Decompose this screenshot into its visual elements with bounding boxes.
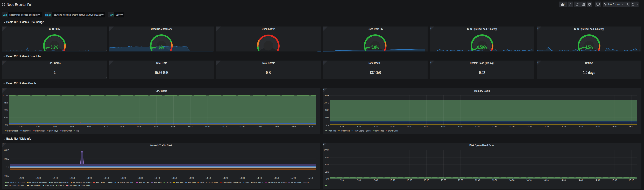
svg-text:13:40: 13:40 (475, 179, 480, 181)
svg-text:13:20: 13:20 (441, 125, 446, 128)
svg-text:15:10: 15:10 (308, 177, 313, 179)
svg-text:50%: 50% (4, 109, 8, 111)
svg-text:14:10: 14:10 (526, 125, 532, 128)
svg-text:13:00: 13:00 (407, 179, 412, 181)
svg-text:12:50: 12:50 (390, 179, 395, 181)
svg-text:12:20: 12:20 (338, 179, 344, 181)
svg-text:12:30: 12:30 (356, 125, 361, 128)
svg-text:13:00: 13:00 (86, 177, 92, 179)
svg-text:14:40: 14:40 (578, 179, 583, 181)
svg-text:50%: 50% (325, 163, 329, 166)
svg-text:13:30: 13:30 (458, 179, 463, 181)
svg-text:0%: 0% (326, 178, 329, 180)
svg-text:13:00: 13:00 (407, 125, 412, 128)
svg-text:12:40: 12:40 (52, 177, 58, 179)
svg-text:14:20: 14:20 (543, 125, 548, 128)
svg-text:15:10: 15:10 (629, 125, 634, 128)
svg-text:15:00: 15:00 (612, 179, 617, 181)
svg-text:13:40: 13:40 (475, 125, 480, 128)
svg-text:15:10: 15:10 (308, 125, 313, 128)
svg-text:25%: 25% (325, 170, 329, 173)
svg-text:12:30: 12:30 (36, 177, 41, 179)
svg-text:13:10: 13:10 (424, 179, 429, 181)
svg-text:12:40: 12:40 (372, 179, 378, 181)
svg-text:14:50: 14:50 (594, 125, 600, 128)
svg-text:13:50: 13:50 (492, 125, 498, 128)
svg-text:-49 KiB: -49 KiB (3, 175, 9, 177)
svg-text:13:30: 13:30 (458, 125, 463, 128)
svg-text:13:00: 13:00 (86, 125, 91, 128)
svg-text:14:00: 14:00 (188, 177, 194, 179)
svg-text:14:40: 14:40 (256, 177, 262, 179)
svg-text:14:10: 14:10 (205, 125, 210, 128)
svg-text:12:40: 12:40 (372, 125, 378, 128)
svg-text:14:30: 14:30 (239, 125, 244, 128)
svg-text:13:10: 13:10 (104, 177, 109, 179)
svg-text:12:50: 12:50 (68, 125, 74, 128)
svg-text:12:20: 12:20 (17, 125, 22, 128)
svg-text:13:40: 13:40 (154, 177, 160, 179)
svg-text:25%: 25% (4, 116, 8, 119)
svg-text:100%: 100% (3, 94, 8, 97)
svg-text:98 KiB: 98 KiB (4, 149, 9, 151)
svg-text:0.50%: 0.50% (477, 45, 487, 50)
svg-text:14:00: 14:00 (509, 125, 514, 128)
svg-text:14:10: 14:10 (206, 177, 211, 179)
svg-text:13:30: 13:30 (138, 177, 143, 179)
svg-text:14:50: 14:50 (274, 177, 279, 179)
svg-text:13:50: 13:50 (171, 125, 176, 128)
svg-text:12:40: 12:40 (52, 125, 57, 128)
svg-text:12:50: 12:50 (70, 177, 75, 179)
svg-text:100%: 100% (324, 149, 329, 151)
svg-text:13:50: 13:50 (172, 177, 177, 179)
svg-text:13:30: 13:30 (137, 125, 142, 128)
svg-text:49 KiB: 49 KiB (4, 157, 9, 160)
svg-text:15:00: 15:00 (290, 125, 296, 128)
svg-text:14:50: 14:50 (594, 179, 600, 181)
svg-text:15:10: 15:10 (629, 179, 634, 181)
svg-text:13:10: 13:10 (424, 125, 429, 128)
svg-text:14:10: 14:10 (526, 179, 532, 181)
svg-text:4.5%: 4.5% (585, 45, 593, 50)
svg-text:14:20: 14:20 (222, 125, 227, 128)
svg-text:12:30: 12:30 (356, 179, 361, 181)
svg-text:5.2%: 5.2% (51, 45, 58, 50)
svg-text:15:00: 15:00 (612, 125, 617, 128)
svg-text:0 B: 0 B (6, 166, 9, 169)
svg-text:14:00: 14:00 (188, 125, 193, 128)
svg-text:75%: 75% (325, 156, 329, 159)
svg-text:14 GiB: 14 GiB (324, 101, 329, 104)
svg-text:14:40: 14:40 (256, 125, 262, 128)
svg-text:5 GiB: 5 GiB (325, 116, 329, 119)
svg-text:0 B: 0 B (326, 123, 329, 126)
svg-text:13:40: 13:40 (154, 125, 159, 128)
svg-text:6%: 6% (159, 45, 164, 50)
svg-text:12:50: 12:50 (390, 125, 395, 128)
svg-text:9 GiB: 9 GiB (325, 109, 329, 111)
svg-text:13:20: 13:20 (120, 177, 126, 179)
svg-text:14:40: 14:40 (578, 125, 583, 128)
svg-text:5.8%: 5.8% (372, 45, 379, 50)
svg-text:14:30: 14:30 (560, 125, 566, 128)
svg-text:14:30: 14:30 (240, 177, 245, 179)
svg-text:13:10: 13:10 (102, 125, 108, 128)
svg-text:12:20: 12:20 (338, 125, 344, 128)
svg-text:13:50: 13:50 (492, 179, 498, 181)
svg-text:14:20: 14:20 (543, 179, 548, 181)
svg-text:15:00: 15:00 (290, 177, 296, 179)
svg-text:14:20: 14:20 (222, 177, 228, 179)
svg-text:12:30: 12:30 (34, 125, 40, 128)
svg-text:0%: 0% (5, 123, 8, 126)
svg-text:13:20: 13:20 (120, 125, 125, 128)
svg-text:12:20: 12:20 (18, 177, 24, 179)
svg-text:14:30: 14:30 (560, 179, 566, 181)
svg-text:13:20: 13:20 (441, 179, 446, 181)
svg-text:14:00: 14:00 (509, 179, 514, 181)
svg-text:14:50: 14:50 (273, 125, 278, 128)
svg-text:19 GiB: 19 GiB (324, 94, 329, 97)
svg-text:75%: 75% (4, 101, 8, 104)
